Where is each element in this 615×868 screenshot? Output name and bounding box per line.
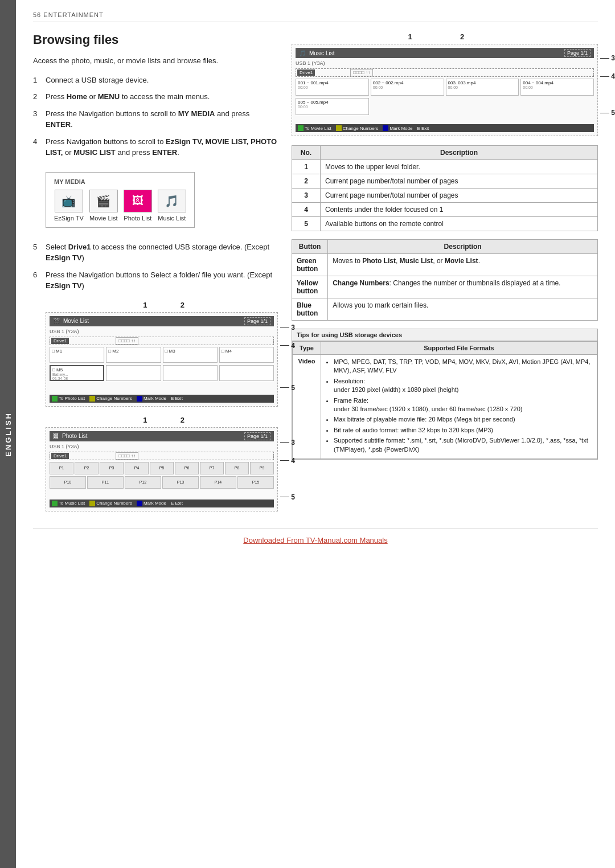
desc-text-5: Available buttons on the remote control (321, 217, 598, 231)
btn-blue: Bluebutton (292, 298, 328, 321)
movie-bottom-bar: To Photo List Change Numbers Mark Mode E… (50, 395, 274, 403)
movie-drive-btn: Drive1 (51, 338, 69, 344)
btn-table-header-desc: Description (328, 240, 598, 254)
ann-music-right-5: 5 (600, 109, 615, 117)
photo-btn-music: To Music List (52, 501, 85, 506)
step-5: 5 Select Drive1 to access the connected … (33, 241, 278, 264)
desc-no-1: 1 (292, 160, 321, 174)
ann-right-3: 3 (280, 324, 295, 331)
movie-thumbnails: □□□□ ↑↑ (116, 337, 138, 345)
music-cell-1: 001 ~ 001.mp4 00:00 (296, 79, 369, 96)
music-cell-2: 002 ~ 002.mp4 00:00 (371, 79, 444, 96)
btn-table-row-green: Greenbutton Moves to Photo List, Music L… (292, 254, 598, 276)
step-text-5: Select Drive1 to access the connected US… (46, 241, 278, 264)
footer-link-text: Downloaded From TV-Manual.com Manuals (243, 536, 387, 544)
video-formats-list: MPG, MPEG, DAT, TS, TRP, TP, VOD, MP4, M… (326, 358, 592, 454)
video-format-1: MPG, MPEG, DAT, TS, TRP, TP, VOD, MP4, M… (334, 358, 592, 375)
desc-text-2: Current page number/total number of page… (321, 174, 598, 189)
btn-blue-desc: Allows you to mark certain files. (328, 298, 598, 321)
photo-cell-p8: P8 (225, 462, 249, 474)
video-format-audio: Bit rate of audio format: within 32 kbps… (334, 426, 592, 435)
music-btn-exit: E Exit (417, 126, 429, 131)
formats-video-content: MPG, MPEG, DAT, TS, TRP, TP, VOD, MP4, M… (321, 355, 597, 459)
step-6: 6 Press the Navigation buttons to Select… (33, 269, 278, 292)
movie-cell-m2: □ M2 (106, 347, 161, 363)
desc-table-row-4: 4 Contents under the folder focused on 1 (292, 203, 598, 217)
music-breadcrumb: USB 1 (Y3A) (296, 60, 594, 66)
ann-right-4: 4 (280, 342, 295, 350)
btn-table-row-yellow: Yellowbutton Change Numbers: Changes the… (292, 276, 598, 298)
photo-title-bar: 🖼 Photo List Page 1/1 (50, 431, 274, 441)
ann-music-top-2: 2 (460, 32, 464, 41)
left-column: Browsing files Access the photo, music, … (33, 32, 278, 511)
step-text-2: Press Home or MENU to access the main me… (46, 91, 278, 103)
desc-text-4: Contents under the folder focused on 1 (321, 203, 598, 217)
desc-text-1: Moves to the upper level folder. (321, 160, 598, 174)
music-page-info: Page 1/1 (564, 49, 591, 57)
steps-list: 1 Connect a USB storage device. 2 Press … (33, 75, 278, 158)
movie-icon: 🎬 (89, 190, 118, 212)
desc-table-row-5: 5 Available buttons on the remote contro… (292, 217, 598, 231)
movie-btn-photo: To Photo List (52, 396, 85, 402)
movie-btn-mark: Mark Mode (137, 396, 166, 402)
step-num-3: 3 (33, 108, 41, 130)
ann-top-1: 1 (143, 301, 147, 309)
step-1: 1 Connect a USB storage device. (33, 75, 278, 86)
step-num-6: 6 (33, 269, 41, 292)
step-num-1: 1 (33, 75, 41, 86)
side-tab: ENGLISH (0, 0, 16, 868)
media-item-movie: 🎬 Movie List (89, 190, 118, 222)
desc-table-header-no: No. (292, 146, 321, 160)
photo-drive-btn: Drive1 (51, 453, 69, 459)
photo-drive-bar: Drive1 □□□□ ↑↑ (50, 452, 274, 460)
video-format-bitrate: Max bitrate of playable movie file: 20 M… (334, 415, 592, 424)
header-text: 56 ENTERTAINMENT (33, 11, 104, 18)
photo-page-info: Page 1/1 (244, 432, 270, 440)
photo-cell-p1: P1 (50, 462, 73, 474)
right-column: 1 2 🎵 Music List Page 1/1 USB 1 (Y3A) (292, 32, 598, 511)
ann-music-right-3: 3 (600, 54, 615, 62)
ezsign-label: EzSign TV (54, 215, 84, 222)
ann-right-5: 5 (280, 384, 295, 392)
footer-link[interactable]: Downloaded From TV-Manual.com Manuals (243, 536, 387, 544)
ann-photo-right-4: 4 (280, 457, 295, 465)
movie-btn-numbers: Change Numbers (89, 396, 132, 402)
video-format-framerate: Frame Rate:under 30 frame/sec (1920 x 10… (334, 396, 592, 414)
music-grid: 001 ~ 001.mp4 00:00 002 ~ 002.mp4 00:00 … (296, 79, 594, 96)
desc-no-3: 3 (292, 189, 321, 203)
music-title-bar: 🎵 Music List Page 1/1 (296, 48, 594, 58)
btn-green: Greenbutton (292, 254, 328, 276)
video-format-resolution: Resolution:under 1920 pixel (width) x 10… (334, 377, 592, 395)
movie-title-icon: 🎬 (53, 318, 60, 324)
section-title: Browsing files (33, 32, 278, 47)
photo-icon: 🖼 (124, 190, 152, 212)
photo-btn-mark: Mark Mode (137, 501, 166, 506)
page-header: 56 ENTERTAINMENT (33, 11, 598, 22)
movie-title-text: Movie List (63, 318, 89, 324)
description-table: No. Description 1 Moves to the upper lev… (292, 145, 598, 231)
music-thumbnails: □□□□ ↑↑ (350, 69, 373, 76)
media-icons: 📺 EzSign TV 🎬 Movie List 🖼 Photo List (54, 190, 186, 222)
movie-cell-empty2 (163, 365, 218, 381)
photo-grid-row2: P10 P11 P12 P13 P14 P15 (50, 476, 274, 489)
formats-type-video: Video (293, 355, 321, 459)
desc-table-row-1: 1 Moves to the upper level folder. (292, 160, 598, 174)
movie-breadcrumb: USB 1 (Y3A) (50, 329, 274, 334)
photo-cell-p4: P4 (125, 462, 149, 474)
movie-grid-2: □ M5 Battery...01:34:58 (50, 365, 274, 381)
media-item-ezsign: 📺 EzSign TV (54, 190, 84, 222)
usb-tips-box: Tips for using USB storage devices Type … (292, 329, 598, 460)
music-title-text: Music List (309, 50, 334, 56)
music-cell-3: 003. 003.mp4 00:00 (446, 79, 519, 96)
step-text-3: Press the Navigation buttons to scroll t… (46, 108, 278, 130)
movie-cell-empty1 (106, 365, 161, 381)
photo-bottom-bar: To Music List Change Numbers Mark Mode E… (50, 499, 274, 507)
music-btn-movie: To Movie List (298, 125, 331, 131)
photo-cell-p12: P12 (125, 476, 161, 489)
movie-cell-m4: □ M4 (219, 347, 274, 363)
movie-cell-m1: □ M1 (50, 347, 104, 363)
side-tab-label: ENGLISH (4, 412, 13, 457)
video-format-subtitle: Supported subtitle format: *.smi, *.srt,… (334, 436, 592, 454)
ann-music-right-4: 4 (600, 72, 615, 80)
ann-music-top-1: 1 (408, 32, 412, 41)
